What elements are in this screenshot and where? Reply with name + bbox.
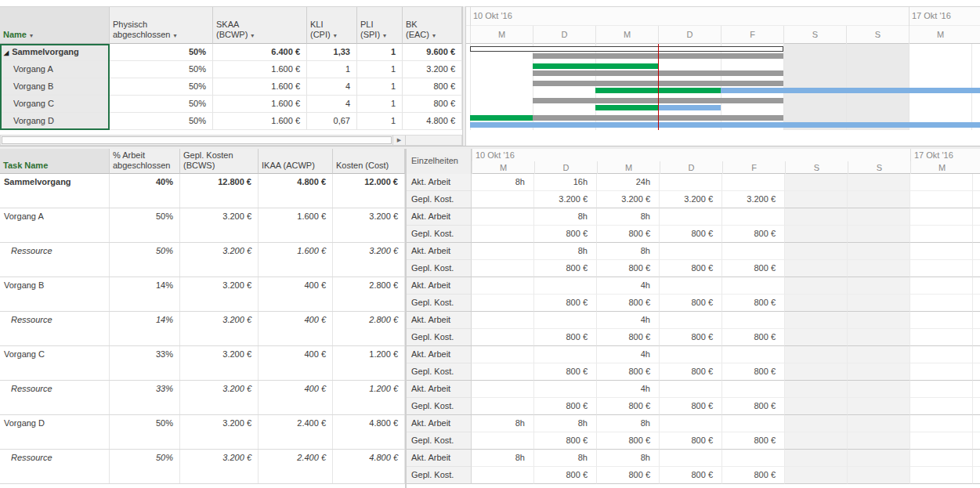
acwp-cell[interactable]: 1.600 € (259, 208, 333, 242)
detail-row-label[interactable]: Gepl. Kost. (407, 432, 472, 450)
detail-row-label[interactable]: Gepl. Kost. (407, 191, 472, 208)
timescale-day-cell[interactable]: F (721, 26, 783, 44)
detail-cell[interactable] (472, 260, 534, 277)
cost-cell[interactable]: 2.800 € (333, 312, 405, 345)
phys-cell[interactable]: 50% (110, 61, 213, 78)
detail-cell[interactable]: 800 € (722, 260, 785, 277)
task-name-cell[interactable]: Ressource (0, 381, 110, 414)
detail-cell[interactable] (910, 450, 973, 467)
detail-row-label[interactable]: Gepl. Kost. (407, 260, 472, 277)
detail-cell[interactable] (472, 363, 534, 381)
timescale-day-cell[interactable]: M (595, 26, 658, 44)
detail-cell[interactable]: 800 € (597, 260, 660, 277)
detail-cell[interactable] (472, 312, 534, 329)
bcws-cell[interactable]: 3.200 € (180, 415, 259, 449)
task-name-cell[interactable]: Vorgang C (0, 96, 110, 113)
detail-cell[interactable] (910, 415, 973, 432)
detail-cell[interactable]: 3.200 € (597, 191, 660, 208)
detail-cell[interactable] (534, 381, 597, 398)
detail-cell[interactable] (785, 226, 848, 243)
detail-cell[interactable] (848, 226, 910, 243)
detail-cell[interactable]: 800 € (660, 295, 722, 312)
detail-cell[interactable] (848, 243, 910, 260)
detail-cell[interactable]: 800 € (722, 226, 785, 243)
detail-cell[interactable]: 4h (597, 312, 660, 329)
detail-cell[interactable]: 8h (534, 208, 597, 226)
bcws-cell[interactable]: 3.200 € (180, 208, 259, 242)
detail-cell[interactable] (472, 432, 534, 450)
detail-cell[interactable]: 800 € (660, 398, 722, 415)
skaa-cell[interactable]: 6.400 € (213, 44, 307, 61)
detail-row-label[interactable]: Akt. Arbeit (407, 312, 472, 329)
detail-cell[interactable]: 8h (597, 208, 660, 226)
timescale-day-cell[interactable]: M (910, 161, 973, 174)
detail-row-label[interactable]: Gepl. Kost. (407, 295, 472, 312)
detail-cell[interactable]: 800 € (660, 467, 722, 484)
pct-cell[interactable]: 14% (110, 312, 180, 345)
timescale-day-cell[interactable]: S (848, 161, 910, 174)
detail-cell[interactable]: 800 € (597, 363, 660, 381)
cost-cell[interactable]: 3.200 € (333, 243, 405, 277)
timescale-day-cell[interactable]: S (785, 161, 848, 174)
detail-cell[interactable]: 800 € (722, 467, 785, 484)
pli-cell[interactable]: 1 (357, 113, 403, 130)
kli-cell[interactable]: 4 (307, 96, 357, 113)
pli-cell[interactable]: 1 (357, 96, 403, 113)
detail-cell[interactable]: 8h (472, 174, 534, 191)
detail-cell[interactable]: 800 € (534, 432, 597, 450)
detail-cell[interactable] (848, 208, 910, 226)
detail-cell[interactable] (722, 415, 785, 432)
detail-cell[interactable] (722, 243, 785, 260)
detail-cell[interactable] (472, 398, 534, 415)
detail-cell[interactable] (472, 381, 534, 398)
bcws-cell[interactable]: 3.200 € (180, 346, 259, 380)
detail-cell[interactable] (785, 174, 848, 191)
kli-cell[interactable]: 4 (307, 78, 357, 96)
detail-cell[interactable] (785, 467, 848, 484)
column-header-cost[interactable]: Kosten (Cost) (333, 149, 405, 174)
detail-cell[interactable]: 800 € (597, 398, 660, 415)
detail-cell[interactable] (910, 398, 973, 415)
detail-cell[interactable] (910, 174, 973, 191)
timescale-day-cell[interactable]: D (660, 161, 722, 174)
timescale-day-cell[interactable]: M (909, 26, 971, 44)
detail-cell[interactable]: 800 € (597, 467, 660, 484)
timescale-day-cell[interactable]: S (846, 26, 909, 44)
detail-cell[interactable]: 800 € (534, 295, 597, 312)
task-name-cell[interactable]: Ressource (0, 243, 110, 277)
bk-cell[interactable]: 3.200 € (403, 61, 462, 78)
detail-cell[interactable]: 8h (597, 415, 660, 432)
detail-cell[interactable] (660, 208, 722, 226)
detail-cell[interactable]: 8h (597, 243, 660, 260)
detail-cell[interactable] (848, 467, 910, 484)
detail-cell[interactable]: 800 € (722, 329, 785, 346)
detail-cell[interactable] (785, 398, 848, 415)
skaa-cell[interactable]: 1.600 € (213, 113, 307, 130)
detail-cell[interactable] (848, 260, 910, 277)
detail-cell[interactable]: 24h (597, 174, 660, 191)
detail-cell[interactable] (785, 381, 848, 398)
detail-cell[interactable]: 8h (534, 450, 597, 467)
detail-cell[interactable] (472, 346, 534, 363)
timescale-day-cell[interactable]: M (597, 161, 660, 174)
acwp-cell[interactable]: 4.800 € (259, 174, 333, 208)
detail-cell[interactable] (910, 260, 973, 277)
gantt-bar-green[interactable] (470, 115, 533, 121)
detail-cell[interactable]: 800 € (534, 363, 597, 381)
detail-cell[interactable] (910, 277, 973, 295)
detail-cell[interactable] (785, 208, 848, 226)
horizontal-scrollbar[interactable]: ▶ (0, 135, 462, 146)
detail-cell[interactable] (722, 450, 785, 467)
bcws-cell[interactable]: 3.200 € (180, 243, 259, 277)
filter-dropdown-icon[interactable]: ▾ (173, 32, 176, 39)
detail-cell[interactable] (910, 226, 973, 243)
detail-cell[interactable] (722, 208, 785, 226)
task-name-cell[interactable]: Vorgang A (0, 61, 110, 78)
bk-cell[interactable]: 9.600 € (403, 44, 462, 61)
detail-cell[interactable] (785, 243, 848, 260)
phys-cell[interactable]: 50% (110, 78, 213, 96)
gantt-bar-blue[interactable] (470, 122, 980, 128)
pct-cell[interactable]: 50% (110, 243, 180, 277)
detail-cell[interactable]: 800 € (660, 260, 722, 277)
task-name-cell[interactable]: ◢Sammelvorgang (0, 44, 110, 61)
